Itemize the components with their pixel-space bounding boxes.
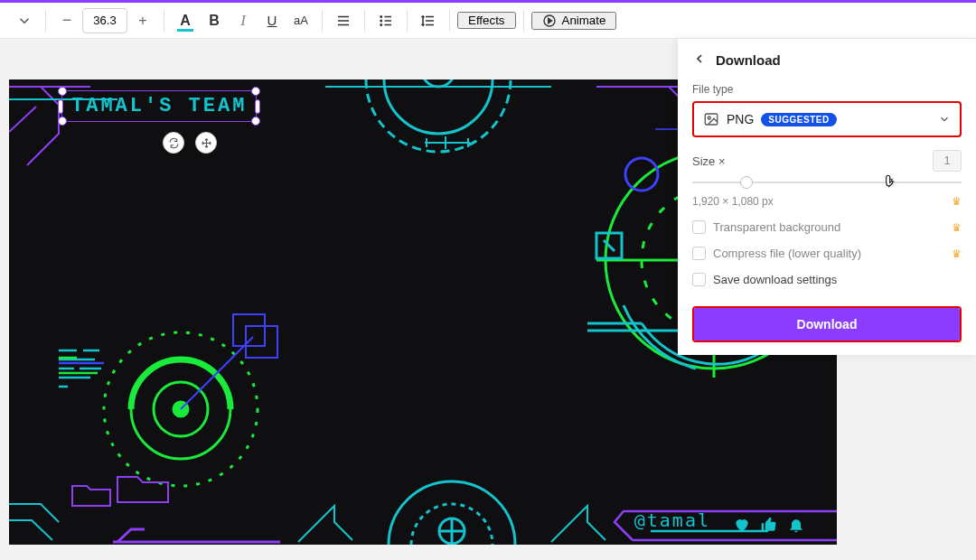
spacing-button[interactable] — [415, 7, 442, 34]
svg-point-18 — [422, 79, 455, 87]
chevron-down-icon — [938, 113, 951, 126]
effects-button[interactable]: Effects — [457, 12, 516, 29]
cursor-icon — [884, 173, 898, 191]
back-button[interactable] — [692, 51, 707, 69]
crown-icon: ♛ — [952, 221, 962, 234]
dimensions-text: 1,920 × 1,080 px — [692, 195, 774, 208]
list-button[interactable] — [372, 7, 399, 34]
save-settings-checkbox[interactable] — [692, 273, 706, 286]
svg-point-5 — [380, 20, 382, 22]
social-icons — [733, 516, 805, 534]
size-slider[interactable] — [692, 172, 962, 193]
animate-button[interactable]: Animate — [531, 12, 617, 30]
transparent-label: Transparent background — [713, 220, 840, 234]
resize-handle[interactable] — [58, 87, 67, 96]
divider — [322, 10, 323, 32]
svg-point-27 — [625, 158, 658, 191]
transparent-checkbox[interactable] — [692, 220, 706, 234]
suggested-badge: SUGGESTED — [761, 113, 836, 126]
download-panel: Download File type PNG SUGGESTED Size × … — [678, 39, 976, 355]
compress-checkbox[interactable] — [692, 247, 706, 260]
panel-title: Download — [716, 52, 781, 68]
download-button[interactable]: Download — [694, 308, 960, 341]
font-size-plus[interactable]: + — [129, 7, 156, 34]
underline-button[interactable]: U — [258, 7, 286, 34]
filetype-value: PNG — [727, 112, 754, 126]
svg-point-7 — [380, 23, 382, 25]
divider — [449, 10, 450, 32]
align-button[interactable] — [330, 7, 357, 34]
bell-icon — [787, 516, 805, 534]
selected-text-element[interactable]: TAMAL'S TEAM — [61, 90, 257, 122]
image-icon — [703, 111, 719, 127]
svg-rect-54 — [705, 114, 718, 125]
filetype-label: File type — [692, 83, 962, 96]
compress-label: Compress file (lower quality) — [713, 247, 861, 260]
move-icon[interactable] — [195, 132, 217, 154]
divider — [45, 10, 46, 32]
divider — [523, 10, 524, 32]
sync-icon[interactable] — [163, 132, 184, 154]
resize-handle[interactable] — [58, 117, 67, 126]
heart-icon — [733, 516, 751, 534]
slider-thumb[interactable] — [740, 176, 753, 189]
svg-line-36 — [181, 337, 253, 409]
bold-button[interactable]: B — [201, 7, 228, 34]
font-size-input[interactable]: 36.3 — [82, 8, 127, 33]
text-color-button[interactable]: A — [172, 7, 199, 34]
divider — [407, 10, 408, 32]
italic-button[interactable]: I — [230, 7, 257, 34]
thumbs-up-icon — [760, 516, 778, 534]
toolbar-dropdown[interactable] — [11, 7, 38, 34]
text-case-button[interactable]: aA — [287, 7, 314, 34]
filetype-select[interactable]: PNG SUGGESTED — [692, 101, 962, 137]
toolbar: − 36.3 + A B I U aA Effects Animate — [0, 3, 976, 39]
resize-handle[interactable] — [255, 99, 260, 114]
crown-icon: ♛ — [952, 247, 962, 260]
handle-text: @tamal — [634, 509, 710, 531]
size-input[interactable] — [933, 150, 962, 172]
svg-rect-38 — [246, 326, 277, 358]
divider — [164, 10, 164, 32]
divider — [364, 10, 365, 32]
svg-point-3 — [380, 15, 382, 17]
resize-handle[interactable] — [58, 99, 63, 114]
crown-icon: ♛ — [952, 195, 962, 208]
size-label: Size × — [692, 154, 726, 168]
canvas-area: TAMAL'S TEAM @tamal Download File type — [0, 39, 976, 560]
svg-line-14 — [9, 107, 36, 132]
save-settings-label: Save download settings — [713, 273, 837, 286]
svg-point-55 — [708, 117, 710, 119]
font-size-minus[interactable]: − — [53, 7, 80, 34]
